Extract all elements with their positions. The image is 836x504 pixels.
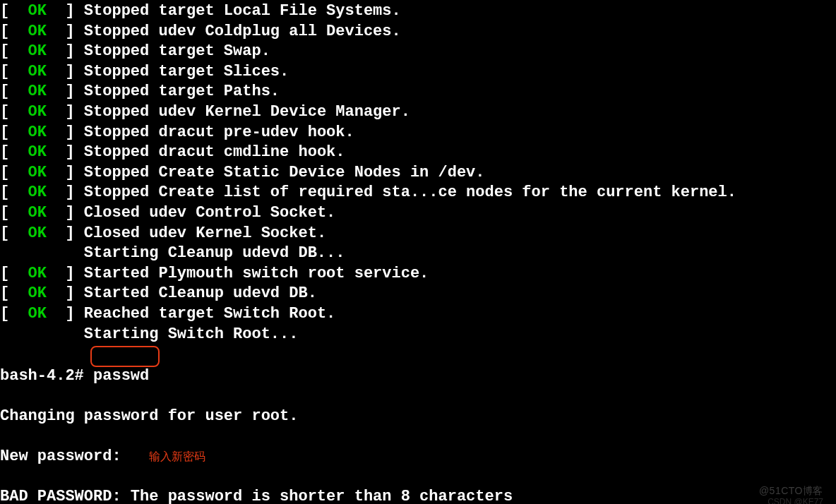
boot-line: [ OK ] Stopped target Slices. bbox=[0, 62, 836, 83]
terminal-output: [ OK ] Stopped target Local File Systems… bbox=[0, 0, 836, 344]
boot-line: [ OK ] Stopped Create list of required s… bbox=[0, 183, 836, 203]
boot-line: [ OK ] Closed udev Kernel Socket. bbox=[0, 224, 836, 244]
watermark-secondary: CSDN @KE77 bbox=[768, 497, 823, 504]
passwd-changing: Changing password for user root. bbox=[0, 407, 836, 427]
boot-line: [ OK ] Stopped udev Kernel Device Manage… bbox=[0, 102, 836, 123]
boot-line: [ OK ] Stopped target Local File Systems… bbox=[0, 1, 836, 22]
command-passwd: passwd bbox=[93, 367, 149, 385]
new-password-label: New password: bbox=[0, 448, 131, 465]
bad-password-warning: BAD PASSWORD: The password is shorter th… bbox=[0, 487, 836, 504]
boot-line: [ OK ] Reached target Switch Root. bbox=[0, 304, 836, 325]
boot-line: [ OK ] Stopped target Paths. bbox=[0, 82, 836, 102]
annotation-new-password: 输入新密码 bbox=[149, 450, 205, 462]
boot-line: Starting Cleanup udevd DB... bbox=[0, 244, 836, 264]
boot-line: [ OK ] Closed udev Control Socket. bbox=[0, 203, 836, 224]
boot-line: Starting Switch Root... bbox=[0, 325, 836, 345]
boot-line: [ OK ] Stopped udev Coldplug all Devices… bbox=[0, 22, 836, 42]
boot-line: [ OK ] Stopped dracut pre-udev hook. bbox=[0, 123, 836, 143]
boot-line: [ OK ] Started Plymouth switch root serv… bbox=[0, 264, 836, 284]
boot-line: [ OK ] Stopped dracut cmdline hook. bbox=[0, 143, 836, 163]
boot-line: [ OK ] Stopped Create Static Device Node… bbox=[0, 163, 836, 184]
boot-line: [ OK ] Started Cleanup udevd DB. bbox=[0, 284, 836, 304]
boot-line: [ OK ] Stopped target Swap. bbox=[0, 42, 836, 62]
watermark: @51CTO博客 bbox=[759, 484, 823, 497]
shell-session[interactable]: bash-4.2# passwd Changing password for u… bbox=[0, 344, 836, 504]
prompt: bash-4.2# bbox=[0, 367, 93, 385]
